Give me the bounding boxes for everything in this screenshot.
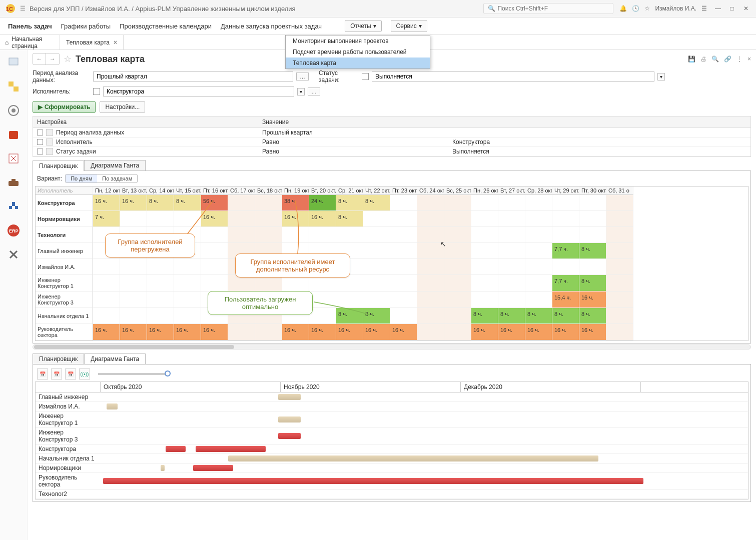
heatmap-cell[interactable]: 16 ч.: [282, 211, 309, 227]
heatmap-cell[interactable]: [417, 195, 444, 211]
heatmap-cell[interactable]: [390, 308, 417, 324]
heatmap-cell[interactable]: [498, 243, 525, 259]
gantt-bar[interactable]: [278, 433, 301, 439]
heatmap-cell[interactable]: 56 ч.: [201, 195, 228, 211]
star-icon[interactable]: ☆: [644, 5, 650, 12]
gantt-bar[interactable]: [278, 416, 301, 422]
heatmap-cell[interactable]: 8 ч.: [579, 275, 606, 292]
heatmap-cell[interactable]: [471, 243, 498, 259]
heatmap-cell[interactable]: [255, 195, 282, 211]
settings-button[interactable]: Настройки...: [100, 101, 145, 113]
gantt-zoom-month[interactable]: 📅: [65, 368, 76, 380]
maximize-button[interactable]: □: [726, 2, 738, 14]
heatmap-cell[interactable]: [444, 243, 471, 259]
heatmap-cell[interactable]: [255, 227, 282, 243]
heatmap-cell[interactable]: [390, 227, 417, 243]
heatmap-cell[interactable]: [606, 324, 633, 340]
heatmap-cell[interactable]: 7 ч.: [93, 211, 120, 227]
menu-panel-tasks[interactable]: Панель задач: [8, 22, 52, 30]
heatmap-cell[interactable]: [336, 292, 363, 308]
heatmap-cell[interactable]: [93, 259, 120, 275]
heatmap-cell[interactable]: [390, 243, 417, 259]
heatmap-cell[interactable]: [525, 275, 552, 292]
heatmap-cell[interactable]: [444, 292, 471, 308]
heatmap-cell[interactable]: [471, 211, 498, 227]
heatmap-cell[interactable]: [498, 292, 525, 308]
performer-caret[interactable]: ▾: [297, 88, 305, 96]
gantt-bar[interactable]: [228, 456, 598, 462]
heatmap-cell[interactable]: [552, 227, 579, 243]
heatmap-cell[interactable]: [579, 211, 606, 227]
heatmap-cell[interactable]: [228, 324, 255, 340]
heatmap-cell[interactable]: [120, 308, 147, 324]
heatmap-cell[interactable]: 8 ч.: [336, 195, 363, 211]
heatmap-cell[interactable]: [336, 227, 363, 243]
heatmap-cell[interactable]: [309, 292, 336, 308]
heatmap-cell[interactable]: [525, 292, 552, 308]
print-icon[interactable]: 🖨: [700, 56, 706, 62]
heatmap-cell[interactable]: [228, 195, 255, 211]
heatmap-cell[interactable]: [498, 195, 525, 211]
minimize-button[interactable]: —: [712, 2, 724, 14]
preview-icon[interactable]: 🔍: [711, 56, 719, 62]
heatmap-cell[interactable]: [471, 227, 498, 243]
heatmap-cell[interactable]: [444, 308, 471, 324]
heatmap-cell[interactable]: [174, 292, 201, 308]
more-icon[interactable]: ⋮: [736, 56, 742, 62]
heatmap-cell[interactable]: [417, 308, 444, 324]
heatmap-cell[interactable]: [444, 324, 471, 340]
heatmap-cell[interactable]: 8 ч.: [336, 211, 363, 227]
heatmap-cell[interactable]: 16 ч.: [201, 211, 228, 227]
home-tab[interactable]: ⌂ Начальная страница: [0, 35, 60, 50]
period-input[interactable]: [93, 72, 293, 82]
heatmap-cell[interactable]: 8 ч.: [552, 308, 579, 324]
heatmap-cell[interactable]: 16 ч.: [93, 324, 120, 340]
heatmap-cell[interactable]: 16 ч.: [498, 324, 525, 340]
heatmap-cell[interactable]: 8 ч.: [336, 308, 363, 324]
gantt-zoom-day[interactable]: 📅: [37, 368, 48, 380]
heatmap-cell[interactable]: 15,4 ч.: [552, 292, 579, 308]
heatmap-cell[interactable]: [120, 275, 147, 292]
heatmap-cell[interactable]: 16 ч.: [471, 324, 498, 340]
sidebar-section-6[interactable]: [6, 175, 21, 190]
setting-checkbox[interactable]: [37, 148, 43, 154]
status-checkbox[interactable]: [362, 73, 369, 80]
heatmap-cell[interactable]: 8 ч.: [498, 308, 525, 324]
heatmap-cell[interactable]: [309, 227, 336, 243]
sidebar-section-1[interactable]: [6, 55, 21, 70]
heatmap-cell[interactable]: [201, 227, 228, 243]
gantt-bar[interactable]: [278, 394, 301, 400]
heatmap-cell[interactable]: [390, 292, 417, 308]
menu-work-schedules[interactable]: Графики работы: [61, 22, 111, 30]
heatmap-cell[interactable]: [498, 227, 525, 243]
heatmap-cell[interactable]: [498, 211, 525, 227]
user-name[interactable]: Измайлов И.А.: [655, 5, 696, 12]
performer-picker[interactable]: …: [308, 88, 320, 96]
status-dropdown[interactable]: ▾: [657, 73, 665, 80]
heatmap-cell[interactable]: [579, 227, 606, 243]
heatmap-cell[interactable]: 16 ч.: [174, 324, 201, 340]
heatmap-cell[interactable]: [147, 211, 174, 227]
heatmap-cell[interactable]: 16 ч.: [93, 195, 120, 211]
heatmap-cell[interactable]: [417, 292, 444, 308]
heatmap-cell[interactable]: [120, 211, 147, 227]
heatmap-cell[interactable]: [525, 259, 552, 275]
heatmap-cell[interactable]: [93, 308, 120, 324]
heatmap-cell[interactable]: [552, 211, 579, 227]
heatmap-cell[interactable]: [147, 308, 174, 324]
sidebar-section-2[interactable]: [6, 79, 21, 94]
tab-planner-bottom[interactable]: Планировщик: [33, 354, 84, 364]
heatmap-cell[interactable]: [201, 259, 228, 275]
close-button[interactable]: ✕: [740, 2, 752, 14]
heatmap-cell[interactable]: [471, 195, 498, 211]
heatmap-cell[interactable]: [606, 259, 633, 275]
heatmap-cell[interactable]: [444, 259, 471, 275]
heatmap-cell[interactable]: [390, 211, 417, 227]
heatmap-scrollbar[interactable]: [33, 344, 751, 350]
heatmap-cell[interactable]: [498, 259, 525, 275]
heatmap-cell[interactable]: [444, 227, 471, 243]
heatmap-cell[interactable]: 8 ч.: [525, 308, 552, 324]
sidebar-section-3[interactable]: [6, 103, 21, 118]
status-input[interactable]: [372, 72, 654, 82]
heatmap-cell[interactable]: 16 ч.: [579, 324, 606, 340]
